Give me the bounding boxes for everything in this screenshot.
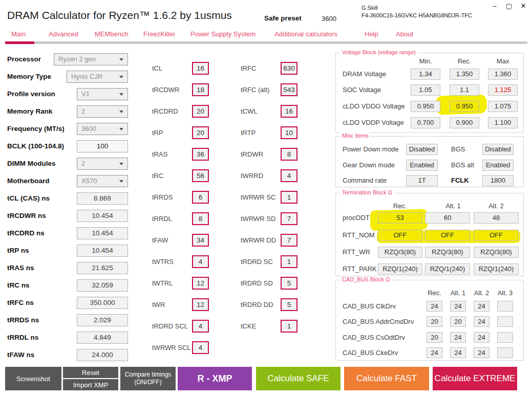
tras-input[interactable]: 36 — [192, 148, 209, 161]
compare-timings-button[interactable]: Compare timings (ON/OFF) — [120, 367, 176, 390]
procodt-alt2: 48 — [474, 212, 519, 224]
dram-calculator-window: DRAM Calculator for Ryzen™ 1.6.2 by 1usm… — [0, 0, 532, 397]
trfc-alt-input[interactable]: 543 — [281, 83, 297, 96]
chevron-down-icon — [119, 76, 123, 78]
cad-bus-block-title: CAD_BUS Block Ω — [340, 276, 392, 282]
rtt-nom-alt2: OFF — [474, 230, 519, 241]
calculate-extreme-button[interactable]: Calculate EXTREME — [433, 367, 517, 390]
calculate-fast-button[interactable]: Calculate FAST — [344, 367, 429, 390]
calculate-safe-button[interactable]: Calculate SAFE — [256, 367, 341, 390]
bgs-value: Disabled — [482, 144, 514, 155]
tab-about[interactable]: About — [396, 30, 413, 38]
twrwr-sd-input[interactable]: 7 — [281, 212, 297, 225]
timing-row: tRP 20 — [152, 126, 211, 139]
tab-additional-calculators[interactable]: Additional calculators — [274, 30, 337, 38]
csodtdrv-alt3 — [497, 332, 513, 343]
dram-voltage-min: 1.34 — [411, 69, 440, 80]
timing-row: tFAW 34 — [152, 234, 211, 247]
rtt-park-alt1: RZQ/1(240) — [425, 263, 470, 275]
trdrd-dd-input[interactable]: 5 — [281, 298, 297, 311]
trp-ns-row: tRP ns 10.454 — [7, 245, 128, 257]
trfc-input[interactable]: 630 — [281, 62, 297, 75]
r-xmp-button[interactable]: R - XMP — [178, 367, 252, 390]
twr-input[interactable]: 12 — [192, 298, 209, 311]
rtt-nom-alt1: OFF — [425, 230, 470, 241]
twrrd-input[interactable]: 4 — [281, 169, 297, 182]
memory-type-select[interactable]: Hynix CJR — [67, 71, 128, 83]
timing-row: tRAS 36 — [152, 148, 211, 161]
timing-row: tWRWR SD 7 — [241, 212, 300, 225]
timing-row: tRTP 10 — [241, 126, 300, 139]
trcdwr-input[interactable]: 18 — [192, 83, 209, 96]
trdrd-scl-input[interactable]: 4 — [192, 320, 209, 333]
trp-ns-value: 10.454 — [77, 245, 128, 257]
profile-version-row: Profile version V1 — [7, 88, 128, 100]
reset-button[interactable]: Reset — [63, 367, 118, 378]
trp-input[interactable]: 20 — [192, 126, 209, 139]
voltage-block-title: Voltage Block (voltage range) — [340, 49, 418, 55]
close-icon[interactable]: ✕ — [520, 2, 527, 10]
active-tab-indicator — [5, 41, 34, 44]
tcke-input[interactable]: 1 — [281, 320, 297, 333]
tab-freezkiller[interactable]: FreezKiller — [143, 30, 175, 38]
maximize-icon[interactable]: ▢ — [505, 2, 513, 10]
motherboard-select[interactable]: X570 — [77, 175, 128, 187]
csodtdrv-alt1: 24 — [450, 332, 466, 343]
rtt-wr-alt2: RZQ/3(80) — [474, 247, 519, 258]
tab-membench[interactable]: MEMbench — [95, 30, 129, 38]
trdrd-sc-input[interactable]: 1 — [281, 255, 297, 268]
tfaw-input[interactable]: 34 — [192, 234, 209, 247]
memory-rank-select[interactable]: 2 — [77, 105, 128, 118]
soc-voltage-max: 1.125 — [488, 84, 518, 96]
timing-row: tRDRD DD 5 — [241, 298, 300, 311]
ram-model: F4-3600C16-16GVKC H5AN8G8NDJR-TFC — [361, 12, 472, 19]
screenshot-button[interactable]: Screenshot — [5, 367, 61, 390]
minimize-icon[interactable]: – — [491, 2, 498, 10]
trc-input[interactable]: 56 — [192, 169, 209, 182]
trtp-input[interactable]: 10 — [281, 126, 297, 139]
memory-type-label: Memory Type — [7, 73, 51, 80]
dimm-modules-select[interactable]: 2 — [77, 158, 128, 170]
chevron-down-icon — [119, 180, 123, 183]
twrwr-scl-input[interactable]: 4 — [192, 341, 209, 354]
twtrl-input[interactable]: 12 — [192, 277, 209, 290]
timing-row: tRFC 630 — [241, 62, 300, 75]
processor-row: Processor Ryzen 2 gen — [7, 53, 128, 65]
trrds-input[interactable]: 6 — [192, 191, 209, 204]
cldo-vddg-rec: 0.950 — [450, 101, 479, 112]
trcdrd-input[interactable]: 20 — [192, 105, 209, 118]
timing-row: tCL 16 — [152, 62, 211, 75]
timing-row: tRDRD SCL 4 — [152, 320, 211, 333]
timing-row: tWRWR DD 7 — [241, 234, 300, 247]
profile-version-select[interactable]: V1 — [77, 88, 128, 100]
rtt-wr-rec: RZQ/3(80) — [378, 247, 422, 258]
trc-ns-value: 32.059 — [77, 279, 128, 292]
tab-power-supply-system[interactable]: Power Supply System — [190, 30, 256, 38]
cldo-vddg-max: 1.075 — [488, 101, 518, 112]
ckedrv-rec: 24 — [427, 347, 442, 358]
trrdl-input[interactable]: 8 — [192, 212, 209, 225]
bclk-input[interactable]: 100 — [77, 140, 128, 152]
tcwl-input[interactable]: 16 — [281, 105, 297, 118]
tcl-input[interactable]: 16 — [192, 62, 209, 75]
tab-main[interactable]: Main — [11, 30, 26, 38]
tab-advanced[interactable]: Advanced — [49, 30, 78, 38]
trdrd-sd-input[interactable]: 5 — [281, 277, 297, 290]
twrwr-dd-input[interactable]: 7 — [281, 234, 297, 247]
twrwr-sc-input[interactable]: 1 — [281, 191, 297, 204]
timing-row: tWTRS 4 — [152, 255, 211, 268]
tab-help[interactable]: Help — [365, 30, 378, 38]
twtrs-input[interactable]: 4 — [192, 255, 209, 268]
timing-row: tRC 56 — [152, 169, 211, 182]
import-xmp-button[interactable]: Import XMP — [63, 379, 118, 390]
trcdrd-ns-value: 10.454 — [77, 227, 128, 239]
tras-ns-value: 21.625 — [77, 262, 128, 274]
trdwr-input[interactable]: 8 — [281, 148, 297, 161]
clkdrv-alt2: 24 — [474, 301, 490, 312]
processor-select[interactable]: Ryzen 2 gen — [54, 53, 128, 65]
profile-version-label: Profile version — [7, 90, 55, 98]
dimm-modules-row: DIMM Modules 2 — [7, 158, 128, 170]
frequency-select[interactable]: 3600 — [77, 123, 128, 135]
cldo-vddp-rec: 0.900 — [450, 117, 479, 128]
soc-voltage-rec: 1.1 — [450, 84, 479, 96]
